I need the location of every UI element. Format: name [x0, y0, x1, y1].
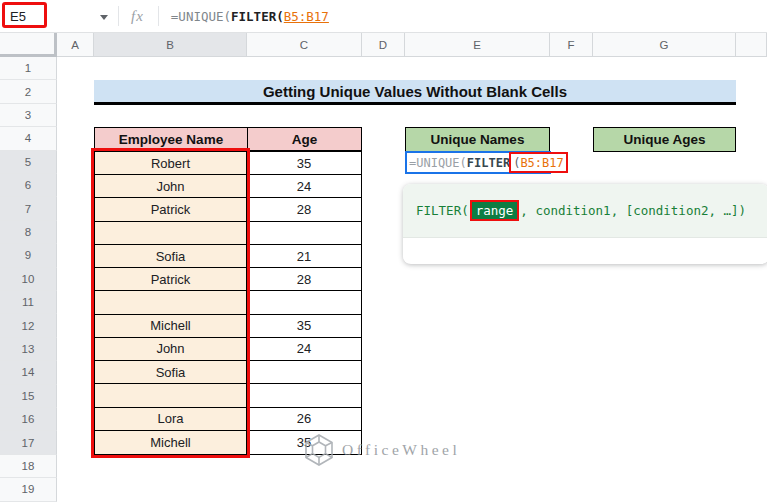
row-header-13[interactable]: 13	[0, 338, 57, 361]
row-header-7[interactable]: 7	[0, 197, 57, 220]
active-cell-e5[interactable]: =UNIQUE(FILTER(B5:B17	[405, 151, 551, 174]
tooltip-before-text: FILTER(	[416, 203, 469, 218]
employee-name-cell[interactable]: Patrick	[95, 268, 247, 290]
employee-name-cell[interactable]: Sofia	[95, 361, 247, 383]
column-header-A[interactable]: A	[57, 33, 94, 57]
formula-prefix: =UNIQUE(	[171, 9, 231, 24]
spreadsheet-grid: ABCDEFG 12345678910111213141516171819 Ge…	[0, 33, 767, 504]
row-header-16[interactable]: 16	[0, 408, 57, 431]
row-header-12[interactable]: 12	[0, 314, 57, 337]
column-header-D[interactable]: D	[362, 33, 405, 57]
row-header-4[interactable]: 4	[0, 127, 57, 150]
formula-function: FILTER(	[231, 9, 284, 24]
age-cell[interactable]: 35	[247, 315, 361, 337]
formula-range-reference: B5:B17	[284, 9, 329, 24]
employee-name-cell[interactable]: Lora	[95, 408, 247, 430]
column-header-C[interactable]: C	[247, 33, 362, 57]
age-cell[interactable]	[247, 222, 361, 244]
row-header-10[interactable]: 10	[0, 268, 57, 291]
employee-name-cell[interactable]	[95, 384, 247, 406]
google-sheets-window: E5 fx =UNIQUE(FILTER(B5:B17 ABCDEFG 1234…	[0, 0, 767, 504]
age-cell[interactable]: 35	[247, 152, 361, 174]
table-row: Sofia	[95, 361, 361, 384]
age-cell[interactable]: 26	[247, 408, 361, 430]
column-header-E[interactable]: E	[405, 33, 550, 57]
tooltip-empty-section	[403, 238, 767, 263]
employee-name-cell[interactable]	[95, 291, 247, 313]
table-row: John24	[95, 175, 361, 198]
employee-name-cell[interactable]: Sofia	[95, 245, 247, 267]
employee-name-cell[interactable]: John	[95, 338, 247, 360]
employee-name-cell[interactable]: Robert	[95, 152, 247, 174]
row-header-17[interactable]: 17	[0, 431, 57, 454]
cell-formula-function: FILTER	[467, 156, 510, 170]
divider	[118, 6, 119, 26]
age-cell[interactable]: 24	[247, 338, 361, 360]
age-header-cell[interactable]: Age	[248, 128, 361, 150]
row-header-1[interactable]: 1	[0, 57, 57, 80]
name-box-value: E5	[10, 9, 26, 24]
fx-icon: fx	[131, 8, 144, 25]
employee-name-cell[interactable]: Michell	[95, 431, 247, 454]
table-row: Patrick28	[95, 268, 361, 291]
row-header-19[interactable]: 19	[0, 478, 57, 501]
employee-name-header-cell[interactable]: Employee Name	[95, 128, 248, 150]
age-cell[interactable]: 24	[247, 175, 361, 197]
chevron-down-icon[interactable]	[100, 15, 108, 20]
employee-name-cell[interactable]: Michell	[95, 315, 247, 337]
table-row	[95, 384, 361, 407]
select-all-corner[interactable]	[0, 33, 57, 57]
tooltip-highlighted-arg: range	[472, 202, 518, 219]
employee-name-cell[interactable]: John	[95, 175, 247, 197]
cell-range-red-annotation: (B5:B17	[509, 152, 568, 173]
tooltip-range-red-annotation: range	[470, 200, 520, 221]
cell-formula-text: =UNIQUE(FILTER(B5:B17	[407, 152, 568, 173]
employee-table: Robert35John24Patrick28Sofia21Patrick28M…	[94, 151, 362, 455]
cell-formula-range: B5:B17	[520, 156, 563, 170]
column-header-partial[interactable]	[736, 33, 767, 57]
row-header-3[interactable]: 3	[0, 104, 57, 127]
employee-name-cell[interactable]: Patrick	[95, 198, 247, 220]
age-cell[interactable]: 28	[247, 198, 361, 220]
age-cell[interactable]: 21	[247, 245, 361, 267]
officewheel-logo-icon	[300, 431, 338, 469]
table-row	[95, 222, 361, 245]
column-header-G[interactable]: G	[593, 33, 736, 57]
row-header-6[interactable]: 6	[0, 174, 57, 197]
formula-bar: E5 fx =UNIQUE(FILTER(B5:B17	[0, 0, 767, 33]
row-header-11[interactable]: 11	[0, 291, 57, 314]
row-header-15[interactable]: 15	[0, 385, 57, 408]
age-cell[interactable]	[247, 384, 361, 406]
unique-ages-header-cell[interactable]: Unique Ages	[593, 127, 736, 152]
row-header-8[interactable]: 8	[0, 221, 57, 244]
divider	[158, 6, 159, 26]
row-header-18[interactable]: 18	[0, 455, 57, 478]
table-row: John24	[95, 338, 361, 361]
row-header-9[interactable]: 9	[0, 244, 57, 267]
employee-name-cell[interactable]	[95, 222, 247, 244]
cell-formula-prefix: =UNIQUE(	[409, 156, 467, 170]
watermark-text: OfficeWheel	[342, 441, 460, 459]
column-header-B[interactable]: B	[94, 33, 247, 57]
formula-help-tooltip: FILTER(range, condition1, [condition2, ……	[403, 184, 767, 264]
age-cell[interactable]	[247, 291, 361, 313]
row-header-5[interactable]: 5	[0, 151, 57, 174]
age-cell[interactable]: 28	[247, 268, 361, 290]
table-row: Robert35	[95, 152, 361, 175]
tooltip-signature: FILTER(range, condition1, [condition2, ……	[403, 184, 767, 238]
cell-formula-paren: (	[513, 156, 520, 170]
row-header-2[interactable]: 2	[0, 80, 57, 103]
tooltip-after-text: , condition1, [condition2, …])	[520, 203, 746, 218]
title-banner[interactable]: Getting Unique Values Without Blank Cell…	[94, 80, 736, 105]
table-row: Michell35	[95, 315, 361, 338]
table-row: Patrick28	[95, 198, 361, 221]
employee-table-header-row: Employee Name Age	[94, 127, 362, 151]
watermark: OfficeWheel	[300, 431, 460, 469]
row-header-14[interactable]: 14	[0, 361, 57, 384]
formula-bar-input[interactable]: =UNIQUE(FILTER(B5:B17	[171, 9, 329, 24]
age-cell[interactable]	[247, 361, 361, 383]
column-header-F[interactable]: F	[550, 33, 593, 57]
name-box[interactable]: E5	[0, 0, 118, 33]
unique-names-header-cell[interactable]: Unique Names	[405, 127, 550, 152]
table-row: Lora26	[95, 408, 361, 431]
